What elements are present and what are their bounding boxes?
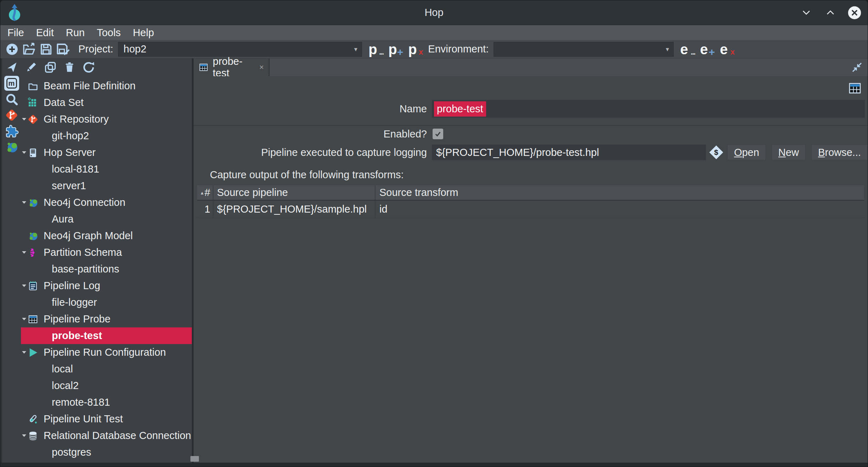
environment-delete-icon[interactable]: ex [720,42,733,56]
tree-item-relational-database-connection[interactable]: Relational Database Connection [21,427,192,444]
expand-caret-icon[interactable] [21,434,27,437]
tab-probe-test[interactable]: probe-test × [194,58,269,76]
expand-caret-icon[interactable] [21,118,27,120]
tree-item-git-repository[interactable]: Git Repository [21,111,192,128]
git-perspective-icon[interactable] [4,108,19,123]
tree-item-pipeline-log[interactable]: Pipeline Log [21,277,192,294]
tree-item-probe-test[interactable]: probe-test [21,327,192,344]
hop-server-icon [27,147,39,158]
tree-item-hop-server[interactable]: Hop Server [21,144,192,161]
column-header-source-pipeline[interactable]: Source pipeline [213,185,375,200]
menu-edit[interactable]: Edit [36,27,54,39]
data-orchestration-perspective-icon[interactable] [4,60,19,75]
maximize-button[interactable] [823,5,838,20]
expand-caret-icon[interactable] [21,151,27,154]
close-button[interactable] [847,5,862,20]
collapse-panel-icon[interactable] [851,62,863,73]
sort-asc-icon: ▴ [201,190,204,196]
delete-icon[interactable] [63,61,76,74]
save-as-icon[interactable] [56,42,71,57]
environment-combo[interactable]: ▾ [494,42,674,57]
table-row[interactable]: 1 ${PROJECT_HOME}/sample.hpl id [197,201,864,218]
main-toolbar: Project: hop2 ▾ p... p+ px Environment: … [0,40,868,58]
tree-item-beam-file-definition[interactable]: Beam File Definition [21,78,192,94]
tree-item-server1[interactable]: server1 [21,178,192,194]
chevron-down-icon[interactable]: ▾ [350,45,362,53]
table-header-row: ▴ # Source pipeline Source transform [197,185,864,201]
perspective-rail: m [0,58,21,467]
menu-tools[interactable]: Tools [97,27,121,39]
tree-item-base-partitions[interactable]: base-partitions [21,261,192,277]
probe-editor: Name probe-test Enabled? Pipeline execut… [194,76,868,467]
expand-caret-icon[interactable] [21,351,27,354]
partition-schema-icon [27,247,39,258]
expand-caret-icon[interactable] [21,318,27,320]
project-delete-icon[interactable]: px [408,42,421,56]
project-label: Project: [78,43,113,55]
edit-icon[interactable] [24,61,38,74]
project-edit-icon[interactable]: p... [368,42,381,56]
tree-item-pipeline-unit-test[interactable]: Pipeline Unit Test [21,411,192,427]
browse-button[interactable]: Browse... [811,145,868,160]
scrollbar-thumb[interactable] [190,456,199,462]
menu-file[interactable]: File [7,27,24,39]
project-add-icon[interactable]: p+ [388,42,401,56]
unit-test-icon [27,414,39,424]
search-perspective-icon[interactable] [4,92,19,107]
tree-item-pipeline-run-configuration[interactable]: Pipeline Run Configuration [21,344,192,361]
expand-caret-icon[interactable] [21,251,27,254]
pipeline-log-icon [27,281,39,291]
expand-caret-icon[interactable] [21,201,27,204]
metadata-perspective-icon[interactable]: m [4,76,19,91]
tree-item-data-set[interactable]: Data Set [21,94,192,111]
name-input[interactable]: probe-test [432,100,865,118]
neo4j-perspective-icon[interactable] [4,140,19,154]
enabled-checkbox[interactable] [433,129,443,139]
expand-caret-icon[interactable] [21,285,27,287]
open-file-icon[interactable] [22,42,37,57]
environment-add-icon[interactable]: e+ [700,42,713,56]
menu-run[interactable]: Run [66,27,85,39]
environment-edit-icon[interactable]: e... [680,42,693,56]
pipeline-filename-input[interactable]: ${PROJECT_HOME}/probe-test.hpl [432,145,706,160]
tree-item-local[interactable]: local [21,361,192,377]
neo4j-icon [27,197,39,208]
tree-item-postgres[interactable]: postgres [21,444,192,461]
tree-item-aura[interactable]: Aura [21,211,192,227]
column-header-number[interactable]: ▴ # [197,185,213,200]
tree-item-neo4j-connection[interactable]: Neo4j Connection [21,194,192,211]
chevron-down-icon[interactable]: ▾ [661,45,673,53]
name-label: Name [194,103,427,115]
tree-item-partition-schema[interactable]: Partition Schema [21,244,192,261]
neo4j-icon [27,231,39,241]
variable-icon[interactable]: $ [709,145,724,160]
project-combo[interactable]: hop2 ▾ [118,42,362,57]
tree-item-pipeline-probe[interactable]: Pipeline Probe [21,311,192,327]
save-icon[interactable] [39,42,54,57]
source-transform-cell[interactable]: id [375,201,864,218]
tab-close-icon[interactable]: × [259,64,264,71]
pipeline-probe-icon [27,314,39,325]
new-button[interactable]: New [772,145,806,160]
metadata-tree: Beam File Definition Data Set Git Reposi… [21,76,192,467]
titlebar[interactable]: Hop [0,0,868,25]
source-pipeline-cell[interactable]: ${PROJECT_HOME}/sample.hpl [213,201,375,218]
hop-window: Hop File Edit Run Tools Help [0,0,868,467]
minimize-button[interactable] [799,5,814,20]
tree-item-remote-8181[interactable]: remote-8181 [21,394,192,411]
folder-icon [27,81,39,91]
new-item-icon[interactable] [5,42,20,57]
tree-item-local-8181[interactable]: local-8181 [21,161,192,178]
plugins-perspective-icon[interactable] [4,124,19,139]
tree-item-file-logger[interactable]: file-logger [21,294,192,311]
refresh-icon[interactable] [82,61,95,74]
menu-help[interactable]: Help [133,27,154,39]
open-button[interactable]: Open [727,145,766,160]
pipeline-probe-icon [848,81,862,97]
duplicate-icon[interactable] [44,61,57,74]
tree-item-local2[interactable]: local2 [21,377,192,394]
tree-item-git-hop2[interactable]: git-hop2 [21,128,192,144]
tree-item-neo4j-graph-model[interactable]: Neo4j Graph Model [21,227,192,244]
column-header-source-transform[interactable]: Source transform [375,185,864,200]
capture-transforms-label: Capture output of the following transfor… [210,169,404,181]
